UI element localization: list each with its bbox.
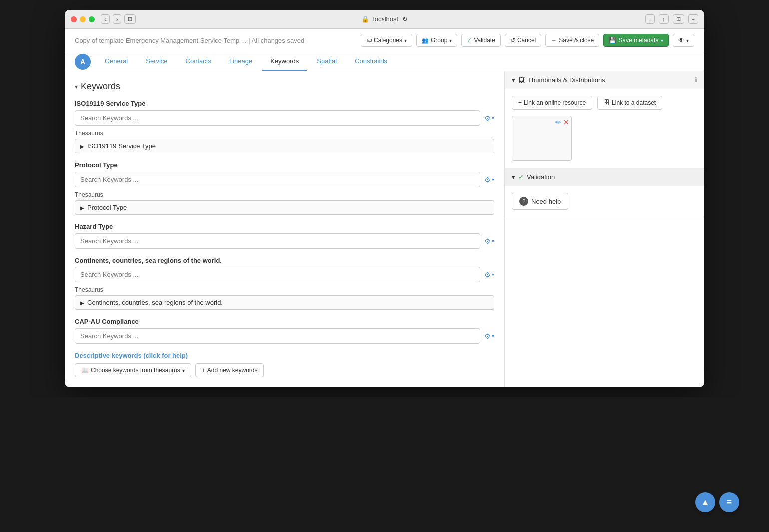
sidebar-toggle[interactable]: ⊞ [124,14,136,24]
hazard-gear-chevron: ▾ [492,238,494,244]
continents-input-row: ⚙ ▾ [75,267,494,282]
new-tab-button[interactable]: + [688,14,698,24]
group-label: Group [431,37,447,44]
save-metadata-button[interactable]: 💾 Save metadata ▾ [603,34,669,47]
continents-thesaurus: Thesaurus Continents, countries, sea reg… [75,286,494,310]
group-icon [422,37,429,44]
reload-icon[interactable]: ↻ [402,15,408,23]
thumbnails-icon: 🖼 [518,76,525,84]
share-button[interactable]: ↑ [659,14,669,24]
fullscreen-button[interactable]: ⊡ [673,14,684,24]
thumbnails-chevron [512,76,515,84]
choose-thesaurus-button[interactable]: 📖 Choose keywords from thesaurus ▾ [75,363,191,377]
cap-label: CAP-AU Compliance [75,318,494,325]
link-dataset-label: Link to a dataset [612,99,656,106]
continents-gear-button[interactable]: ⚙ ▾ [484,271,494,279]
back-button[interactable]: ‹ [101,14,110,24]
add-keywords-button[interactable]: + Add new keywords [195,363,264,377]
keywords-section-header[interactable]: ▾ Keywords [75,81,494,92]
tab-lineage[interactable]: Lineage [221,52,260,71]
validate-button[interactable]: ✓ Validate [461,34,500,47]
group-button[interactable]: Group ▾ [416,34,457,47]
iso19119-thesaurus-text: ISO19119 Service Type [87,142,156,150]
continents-gear-chevron: ▾ [492,272,494,277]
iso19119-thesaurus-item[interactable]: ISO19119 Service Type [75,139,494,153]
protocol-thesaurus-expand-icon [80,204,84,211]
url-text: localhost [373,15,398,23]
tab-contacts[interactable]: Contacts [178,52,219,71]
hazard-input-row: ⚙ ▾ [75,233,494,249]
validation-header[interactable]: ✓ Validation [505,168,704,186]
close-dot[interactable] [71,16,77,22]
link-buttons: + Link an online resource 🗄 Link to a da… [512,96,697,110]
save-metadata-chevron: ▾ [661,38,663,43]
hazard-input[interactable] [75,233,480,249]
maximize-dot[interactable] [89,16,95,22]
protocol-gear-icon: ⚙ [484,176,491,184]
validate-icon: ✓ [467,37,472,44]
cap-input[interactable] [75,328,480,344]
tab-general[interactable]: General [97,52,136,71]
eye-icon: 👁 [678,37,684,44]
categories-label: Categories [374,37,402,44]
iso19119-label: ISO19119 Service Type [75,100,494,107]
link-online-button[interactable]: + Link an online resource [512,96,592,110]
continents-thesaurus-expand-icon [80,299,84,306]
validation-check-icon: ✓ [518,173,524,181]
save-status: All changes saved [252,37,305,44]
protocol-input[interactable] [75,172,480,187]
cancel-label: Cancel [517,37,536,44]
save-close-button[interactable]: → Save & close [545,34,599,47]
eye-chevron: ▾ [686,38,689,43]
tab-service[interactable]: Service [138,52,175,71]
iso19119-input[interactable] [75,110,480,126]
continents-input[interactable] [75,267,480,282]
cap-gear-icon: ⚙ [484,332,491,340]
thumbnail-edit-button[interactable]: ✏ [555,118,561,126]
tab-constraints[interactable]: Constraints [347,52,395,71]
categories-button[interactable]: Categories ▾ [361,34,412,47]
descriptive-buttons: 📖 Choose keywords from thesaurus ▾ + Add… [75,363,494,377]
keyword-group-hazard: Hazard Type ⚙ ▾ [75,223,494,249]
book-icon: 📖 [81,367,89,374]
link-dataset-button[interactable]: 🗄 Link to a dataset [597,96,662,110]
app-title: Copy of template Emergency Management Se… [75,37,357,44]
validation-content: ? Need help [505,186,704,217]
protocol-thesaurus-item[interactable]: Protocol Type [75,200,494,215]
validation-chevron [512,173,515,181]
keyword-group-iso19119: ISO19119 Service Type ⚙ ▾ Thesaurus ISO1… [75,100,494,153]
protocol-input-row: ⚙ ▾ [75,172,494,187]
right-sidebar: 🖼 Thumbnails & Distributions + Link an o… [504,71,704,387]
nav-buttons: ‹ › ⊞ [101,14,136,24]
main-layout: ▾ Keywords ISO19119 Service Type ⚙ ▾ The… [65,71,704,387]
forward-button[interactable]: › [113,14,122,24]
protocol-label: Protocol Type [75,161,494,169]
tab-spatial[interactable]: Spatial [309,52,345,71]
gear-icon: ⚙ [484,114,491,122]
iso19119-thesaurus-label: Thesaurus [75,130,494,137]
eye-button[interactable]: 👁 ▾ [673,34,694,47]
cap-input-row: ⚙ ▾ [75,328,494,344]
thesaurus-expand-icon [80,142,84,150]
avatar: A [75,54,91,70]
iso19119-gear-button[interactable]: ⚙ ▾ [484,114,494,122]
download-button[interactable]: ↓ [645,14,655,24]
protocol-gear-button[interactable]: ⚙ ▾ [484,176,494,184]
hazard-gear-icon: ⚙ [484,237,491,245]
thumbnail-preview: ✏ ✕ [512,116,572,161]
need-help-button[interactable]: ? Need help [512,193,568,210]
cap-gear-button[interactable]: ⚙ ▾ [484,332,494,340]
minimize-dot[interactable] [80,16,86,22]
continents-label: Continents, countries, sea regions of th… [75,257,494,264]
descriptive-label[interactable]: Descriptive keywords (click for help) [75,352,494,359]
tab-keywords[interactable]: Keywords [262,52,307,71]
thumbnail-delete-button[interactable]: ✕ [563,118,569,126]
link-online-label: Link an online resource [524,99,586,106]
continents-thesaurus-label: Thesaurus [75,286,494,293]
continents-thesaurus-item[interactable]: Continents, countries, sea regions of th… [75,295,494,310]
lock-icon: 🔒 [361,15,369,23]
hazard-gear-button[interactable]: ⚙ ▾ [484,237,494,245]
hazard-label: Hazard Type [75,223,494,230]
cancel-button[interactable]: ↺ Cancel [505,34,541,47]
thumbnails-header[interactable]: 🖼 Thumbnails & Distributions [505,71,704,89]
